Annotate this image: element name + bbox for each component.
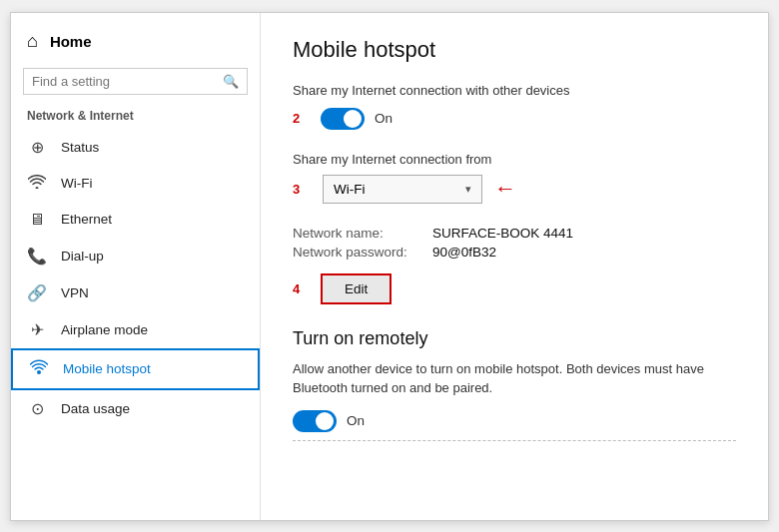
network-password-label: Network password:: [293, 245, 432, 260]
sidebar-item-label: Wi-Fi: [61, 176, 92, 191]
remote-desc: Allow another device to turn on mobile h…: [293, 359, 732, 398]
section-label: Network & Internet: [11, 105, 260, 129]
dialup-icon: 📞: [27, 247, 47, 266]
home-nav-item[interactable]: ⌂ Home: [11, 21, 260, 62]
network-name-value: SURFACE-BOOK 4441: [432, 226, 573, 241]
network-name-label: Network name:: [293, 226, 432, 241]
hotspot-toggle-row: 2 On: [293, 108, 736, 130]
sidebar-item-ethernet[interactable]: 🖥 Ethernet: [11, 202, 260, 238]
sidebar-item-datausage[interactable]: ⊙ Data usage: [11, 390, 260, 427]
section-divider: [293, 440, 736, 441]
share-from-section: Share my Internet connection from 3 Wi-F…: [293, 152, 736, 204]
network-info: Network name: SURFACE-BOOK 4441 Network …: [293, 226, 736, 260]
main-content: Mobile hotspot Share my Internet connect…: [261, 13, 768, 520]
share-from-row: 3 Wi-Fi ▾ ←: [293, 175, 736, 204]
remote-toggle-row: On: [293, 410, 736, 432]
hotspot-icon: [29, 359, 49, 379]
sidebar-item-label: Mobile hotspot: [63, 361, 151, 376]
network-password-row: Network password: 90@0fB32: [293, 245, 736, 260]
svg-point-0: [37, 370, 41, 374]
sidebar-item-vpn[interactable]: 🔗 VPN: [11, 274, 260, 311]
remote-title: Turn on remotely: [293, 328, 736, 349]
sidebar-item-status[interactable]: ⊕ Status: [11, 129, 260, 166]
share-section: Share my Internet connection with other …: [293, 83, 736, 130]
step2-label: 2: [293, 111, 307, 126]
sidebar-item-label: Dial-up: [61, 249, 104, 264]
hotspot-toggle-label: On: [375, 111, 392, 126]
share-from-label: Share my Internet connection from: [293, 152, 736, 167]
status-icon: ⊕: [27, 138, 47, 157]
sidebar-item-dialup[interactable]: 📞 Dial-up: [11, 238, 260, 274]
datausage-icon: ⊙: [27, 399, 47, 418]
hotspot-toggle[interactable]: [321, 108, 365, 130]
dropdown-value: Wi-Fi: [334, 182, 365, 197]
home-icon: ⌂: [27, 31, 38, 52]
step3-label: 3: [293, 182, 307, 197]
search-box[interactable]: 🔍: [23, 68, 248, 95]
page-title: Mobile hotspot: [293, 37, 736, 63]
step4-label: 4: [293, 281, 307, 296]
sidebar: ⌂ Home 🔍 Network & Internet ⊕ Status Wi-…: [11, 13, 261, 520]
sidebar-item-label: Status: [61, 140, 99, 155]
share-label: Share my Internet connection with other …: [293, 83, 736, 98]
ethernet-icon: 🖥: [27, 211, 47, 229]
edit-row: 4 Edit: [293, 273, 736, 304]
sidebar-item-wifi[interactable]: Wi-Fi: [11, 166, 260, 202]
sidebar-item-airplane[interactable]: ✈ Airplane mode: [11, 311, 260, 348]
red-arrow-icon: ←: [494, 176, 516, 202]
wifi-icon: [27, 175, 47, 193]
sidebar-item-label: Data usage: [61, 401, 130, 416]
network-password-value: 90@0fB32: [432, 245, 496, 260]
edit-button[interactable]: Edit: [321, 273, 391, 304]
remote-section: Turn on remotely Allow another device to…: [293, 328, 736, 441]
settings-window: ⌂ Home 🔍 Network & Internet ⊕ Status Wi-…: [10, 12, 769, 521]
home-label: Home: [50, 33, 92, 50]
search-icon: 🔍: [223, 74, 239, 89]
remote-toggle-label: On: [347, 413, 365, 428]
network-name-row: Network name: SURFACE-BOOK 4441: [293, 226, 736, 241]
vpn-icon: 🔗: [27, 283, 47, 302]
sidebar-item-hotspot[interactable]: Mobile hotspot: [11, 348, 260, 390]
sidebar-item-label: Airplane mode: [61, 322, 148, 337]
connection-dropdown[interactable]: Wi-Fi ▾: [323, 175, 482, 204]
sidebar-item-label: VPN: [61, 285, 89, 300]
sidebar-item-label: Ethernet: [61, 212, 112, 227]
chevron-down-icon: ▾: [465, 183, 471, 196]
search-input[interactable]: [32, 74, 219, 89]
remote-toggle[interactable]: [293, 410, 337, 432]
airplane-icon: ✈: [27, 320, 47, 339]
